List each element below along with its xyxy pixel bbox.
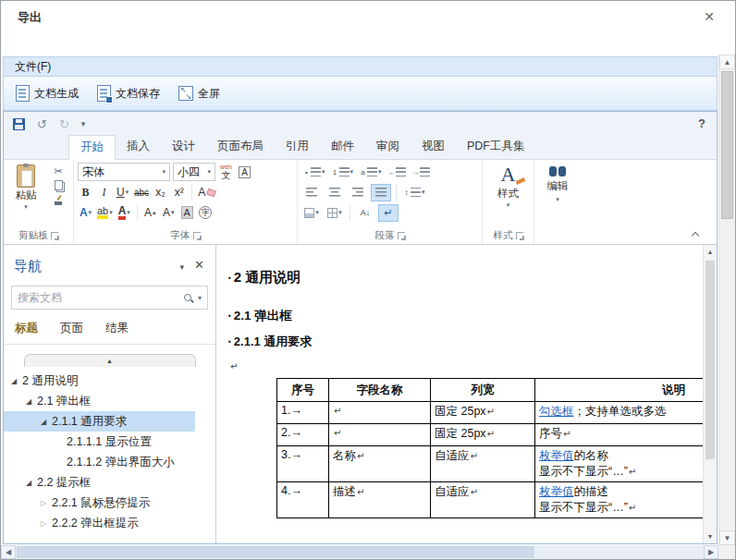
- tab-view[interactable]: 视图: [411, 135, 456, 159]
- format-painter-button[interactable]: [54, 195, 64, 205]
- bold-button[interactable]: B: [78, 184, 93, 201]
- tree-item[interactable]: 2.1.1.2 弹出界面大小: [4, 452, 215, 472]
- grow-font-button[interactable]: A: [142, 204, 158, 222]
- collapsed-icon[interactable]: ▷: [39, 499, 48, 507]
- scroll-down-button[interactable]: ▼: [719, 530, 735, 545]
- nav-close-icon[interactable]: ✕: [194, 258, 204, 272]
- tab-home[interactable]: 开始: [68, 135, 116, 160]
- borders-button[interactable]: ▾: [325, 204, 345, 222]
- scroll-up-button[interactable]: ▲: [719, 55, 735, 69]
- dialog-launcher-icon[interactable]: [193, 232, 201, 239]
- scroll-down-button[interactable]: ▼: [704, 530, 717, 543]
- close-icon[interactable]: ✕: [704, 9, 715, 24]
- align-right-button[interactable]: [348, 184, 368, 201]
- font-color-button[interactable]: A ▾: [117, 204, 132, 222]
- qat-dropdown-icon[interactable]: ▾: [81, 119, 86, 128]
- tree-item[interactable]: ▷ 2.2.2 弹出框提示: [4, 513, 215, 533]
- scroll-thumb[interactable]: [705, 261, 715, 459]
- nav-tab-pages[interactable]: 页面: [60, 321, 83, 336]
- character-border-button[interactable]: A: [237, 164, 252, 181]
- paste-button[interactable]: 粘贴 ▾: [6, 163, 46, 229]
- tree-item[interactable]: ◢ 2.1 弹出框: [4, 391, 215, 411]
- underline-button[interactable]: U ▾: [115, 184, 130, 201]
- copy-button[interactable]: [55, 180, 63, 190]
- justify-button[interactable]: [371, 184, 391, 201]
- nav-scroll-up-tab[interactable]: ▲: [24, 354, 196, 367]
- decrease-indent-button[interactable]: ←: [386, 164, 408, 181]
- numbering-button[interactable]: 1 ▾: [330, 164, 356, 181]
- enclose-character-button[interactable]: 字: [198, 204, 214, 222]
- ribbon-collapse-button[interactable]: [691, 230, 700, 238]
- dialog-scrollbar-vertical[interactable]: ▲ ▼: [718, 55, 735, 545]
- scroll-up-button[interactable]: ▲: [704, 245, 717, 259]
- tab-design[interactable]: 设计: [161, 135, 206, 159]
- character-shading-button[interactable]: A: [179, 204, 195, 222]
- italic-button[interactable]: I: [96, 184, 112, 201]
- doc-generate-button[interactable]: 文档生成: [7, 81, 87, 105]
- dialog-scrollbar-horizontal[interactable]: ◀ ▶: [1, 545, 718, 559]
- clear-format-button[interactable]: A: [197, 184, 216, 201]
- highlight-button[interactable]: ab ▾: [96, 204, 114, 222]
- superscript-button[interactable]: x²: [171, 184, 187, 201]
- line-spacing-button[interactable]: ↕ ▾: [401, 184, 427, 201]
- phonetic-guide-button[interactable]: wén 文: [218, 164, 234, 181]
- scroll-thumb[interactable]: [721, 71, 733, 219]
- dialog-launcher-icon[interactable]: [398, 232, 405, 239]
- tab-pdf-tools[interactable]: PDF工具集: [456, 135, 536, 159]
- menu-item-file[interactable]: 文件(F): [7, 57, 58, 76]
- tab-mailings[interactable]: 邮件: [320, 135, 365, 159]
- nav-dropdown-icon[interactable]: ▾: [179, 262, 184, 272]
- styles-button[interactable]: A 样式 ▾: [497, 164, 519, 209]
- tab-insert[interactable]: 插入: [116, 135, 161, 159]
- sort-button[interactable]: A↓: [355, 204, 375, 222]
- expanded-icon[interactable]: ◢: [9, 377, 18, 385]
- save-icon[interactable]: [13, 118, 25, 130]
- scroll-left-button[interactable]: ◀: [1, 545, 16, 559]
- tab-review[interactable]: 审阅: [365, 135, 411, 159]
- shrink-font-button[interactable]: A: [161, 204, 177, 222]
- increase-indent-button[interactable]: →: [411, 164, 432, 181]
- align-left-button[interactable]: [301, 184, 322, 201]
- font-size-select[interactable]: 小四 ▾: [173, 163, 215, 181]
- bullets-button[interactable]: • ▾: [301, 164, 327, 181]
- tree-item[interactable]: ◢ 2 通用说明: [4, 371, 215, 391]
- subscript-button[interactable]: x₂: [153, 184, 168, 201]
- doc-save-button[interactable]: 文档保存: [89, 81, 168, 105]
- tab-page-layout[interactable]: 页面布局: [206, 135, 275, 159]
- scroll-right-button[interactable]: ▶: [704, 545, 718, 559]
- nav-tab-results[interactable]: 结果: [105, 321, 129, 336]
- text-effects-button[interactable]: A ▾: [78, 204, 93, 222]
- shading-button[interactable]: ▾: [301, 204, 322, 222]
- dialog-launcher-icon[interactable]: [51, 232, 58, 239]
- tab-references[interactable]: 引用: [275, 135, 320, 159]
- scroll-thumb[interactable]: [17, 546, 534, 558]
- edit-button[interactable]: 编辑 ▾: [547, 166, 569, 203]
- show-marks-button[interactable]: ↵: [378, 204, 399, 222]
- expanded-icon[interactable]: ◢: [24, 479, 33, 487]
- tree-item[interactable]: ◢ 2.2 提示框: [4, 472, 215, 493]
- document-scrollbar-vertical[interactable]: ▲ ▼: [703, 245, 717, 543]
- collapsed-icon[interactable]: ▷: [39, 519, 48, 528]
- help-icon[interactable]: ?: [698, 116, 705, 130]
- align-center-button[interactable]: [325, 184, 345, 201]
- cut-button[interactable]: ✂: [54, 166, 62, 176]
- search-input[interactable]: [18, 291, 184, 304]
- search-icon[interactable]: [184, 294, 191, 301]
- expanded-icon[interactable]: ◢: [24, 397, 33, 406]
- tree-item[interactable]: 2.1.1.1 显示位置: [4, 432, 215, 452]
- expanded-icon[interactable]: ◢: [39, 418, 48, 426]
- tree-item[interactable]: ▷ 2.2.1 鼠标悬停提示: [4, 493, 215, 513]
- tree-item-selected[interactable]: ◢ 2.1.1 通用要求: [4, 411, 215, 432]
- dialog-launcher-icon[interactable]: [516, 232, 523, 239]
- font-name-select[interactable]: 宋体 ▾: [78, 163, 170, 181]
- document-page[interactable]: ▪2 通用说明 ▪2.1 弹出框 ▪2.1.1 通用要求 ↵ 序号 字段名称: [217, 245, 703, 543]
- redo-icon[interactable]: ↻: [59, 117, 69, 131]
- fullscreen-button[interactable]: 全屏: [170, 82, 228, 105]
- paste-dropdown-icon: ▾: [24, 203, 28, 211]
- strikethrough-button[interactable]: abc: [133, 184, 150, 201]
- content-table: 序号 字段名称 列宽 说明 1.→ ↵ 固定 25px↵ 勾选框；支持单选或多选: [276, 378, 703, 518]
- search-dropdown-icon[interactable]: ▾: [198, 294, 202, 302]
- nav-tab-headings[interactable]: 标题: [15, 321, 38, 336]
- undo-icon[interactable]: ↺: [37, 117, 47, 131]
- multilevel-list-button[interactable]: a ▾: [358, 164, 384, 181]
